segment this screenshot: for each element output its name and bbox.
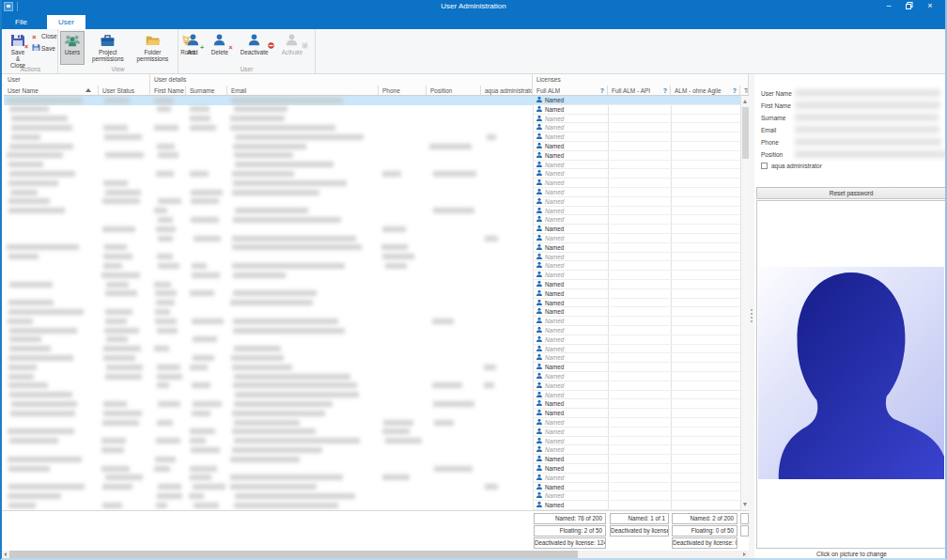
table-row[interactable]: Named — [4, 151, 740, 161]
table-row[interactable]: Named — [4, 345, 740, 354]
column-header-aqua-administrator[interactable]: aqua administrator — [481, 86, 533, 96]
empty-license-cell — [671, 207, 740, 216]
column-header-user-status[interactable]: User Status — [99, 86, 150, 96]
users-button[interactable]: Users — [60, 31, 85, 65]
table-row[interactable]: Named — [4, 455, 740, 464]
save-close-button[interactable]: ×Save&Close — [6, 31, 30, 65]
aqua-administrator-checkbox-row[interactable]: aqua administrator — [761, 161, 822, 172]
table-row[interactable]: Named — [4, 188, 740, 197]
table-row[interactable]: Named — [4, 353, 740, 363]
table-row[interactable]: Named — [4, 280, 740, 289]
table-row[interactable]: Named — [4, 207, 740, 216]
table-row[interactable]: Named — [4, 161, 740, 170]
column-header-first-name[interactable]: First Name — [150, 86, 186, 96]
table-row[interactable]: Named — [4, 261, 740, 271]
table-row[interactable]: Named — [4, 317, 740, 326]
scroll-right-icon[interactable] — [743, 552, 746, 556]
project-permissions-button[interactable]: Projectpermissions — [86, 31, 130, 65]
table-row[interactable]: Named — [4, 326, 740, 335]
table-row[interactable]: Named — [4, 271, 740, 280]
delete-button[interactable]: ×Delete — [207, 31, 233, 65]
table-row[interactable]: Named — [4, 179, 740, 188]
column-header-phone[interactable]: Phone — [379, 86, 427, 96]
table-row[interactable]: Named — [4, 225, 740, 234]
ribbon-tab-file[interactable]: File — [4, 15, 39, 29]
field-value-redacted[interactable] — [795, 138, 941, 146]
field-value-redacted[interactable] — [795, 101, 940, 109]
table-row[interactable]: Named — [4, 132, 740, 142]
folder-icon — [132, 33, 174, 49]
table-row[interactable]: Named — [4, 142, 740, 151]
table-row[interactable]: Named — [4, 105, 740, 115]
table-row[interactable]: Named — [4, 399, 740, 409]
ribbon-tab-user[interactable]: User — [47, 15, 85, 29]
empty-license-cell — [671, 437, 740, 446]
help-icon[interactable]: ? — [733, 86, 737, 96]
table-row[interactable]: Named — [4, 299, 740, 308]
column-header-position[interactable]: Position — [427, 86, 481, 96]
scroll-down-icon[interactable] — [743, 503, 747, 506]
license-type-label: Named — [545, 364, 564, 370]
table-row[interactable]: Named — [4, 253, 740, 262]
table-row[interactable]: Named — [4, 464, 740, 474]
table-row[interactable]: Named — [4, 501, 740, 510]
column-header-email[interactable]: Email — [227, 86, 379, 96]
field-value-redacted[interactable] — [795, 126, 939, 133]
user-picture-box[interactable] — [756, 200, 946, 549]
column-header-alm-ohne-agile[interactable]: ALM - ohne Agile? — [671, 86, 740, 96]
table-row[interactable]: Named — [4, 215, 740, 225]
table-row[interactable]: Named — [4, 234, 740, 243]
checkbox-icon[interactable] — [761, 163, 768, 169]
table-row[interactable]: Named — [4, 381, 740, 391]
column-header-full-alm-api[interactable]: Full ALM - API? — [608, 86, 671, 96]
minimize-button[interactable]: – — [881, 0, 896, 12]
table-row[interactable]: Named — [4, 372, 740, 381]
activate-button[interactable]: Activate — [276, 31, 309, 65]
save-button[interactable]: Save — [32, 43, 55, 54]
restore-button[interactable] — [902, 0, 917, 12]
table-row[interactable]: Named — [4, 123, 740, 132]
folder-permissions-button[interactable]: Folderpermissions — [132, 31, 175, 65]
field-value-redacted[interactable] — [795, 89, 940, 97]
table-row[interactable]: Named — [4, 474, 740, 483]
horizontal-scroll-thumb[interactable] — [9, 551, 578, 559]
table-row[interactable]: Named — [4, 335, 740, 345]
table-row[interactable]: Named — [4, 491, 740, 501]
redacted-text — [157, 254, 173, 259]
deactivate-button[interactable]: Deactivate — [235, 31, 274, 65]
table-row[interactable]: Named — [4, 409, 740, 418]
reset-password-button[interactable]: Reset password — [756, 187, 946, 199]
column-header-user-name[interactable]: User Name — [4, 86, 99, 96]
table-row[interactable]: Named — [4, 289, 740, 299]
help-icon[interactable]: ? — [600, 86, 604, 96]
table-row[interactable]: Named — [4, 307, 740, 317]
column-header-full-alm[interactable]: Full ALM? — [533, 86, 608, 96]
scroll-up-icon[interactable] — [743, 100, 747, 103]
add-button[interactable]: +Add — [180, 31, 205, 65]
table-row[interactable]: Named — [4, 243, 740, 253]
table-row[interactable]: Named — [4, 169, 740, 179]
help-icon[interactable]: ? — [663, 86, 667, 96]
close-button[interactable]: ×Close — [32, 31, 57, 42]
close-window-button[interactable]: × — [923, 0, 938, 12]
horizontal-scrollbar[interactable] — [2, 551, 749, 559]
table-row[interactable]: Named — [4, 483, 740, 492]
redacted-text — [103, 411, 142, 416]
column-header-surname[interactable]: Surname — [186, 86, 227, 96]
field-value-redacted[interactable] — [795, 114, 939, 121]
table-row[interactable]: Named — [4, 445, 740, 455]
vertical-scrollbar[interactable] — [740, 96, 749, 510]
scroll-left-icon[interactable] — [4, 552, 7, 556]
table-row[interactable]: Named — [4, 391, 740, 400]
table-row[interactable]: Named — [4, 437, 740, 446]
vertical-scroll-thumb[interactable] — [742, 107, 749, 159]
field-value-redacted[interactable] — [795, 150, 947, 158]
table-row[interactable]: Named — [4, 428, 740, 437]
redacted-text — [433, 401, 474, 407]
table-row[interactable]: Named — [4, 197, 740, 207]
table-row[interactable]: Named — [4, 363, 740, 372]
table-row[interactable]: Named — [4, 115, 740, 124]
column-header-tes[interactable]: Tes — [740, 86, 749, 96]
table-row[interactable]: Named — [4, 418, 740, 428]
table-row[interactable]: Named — [4, 96, 740, 105]
